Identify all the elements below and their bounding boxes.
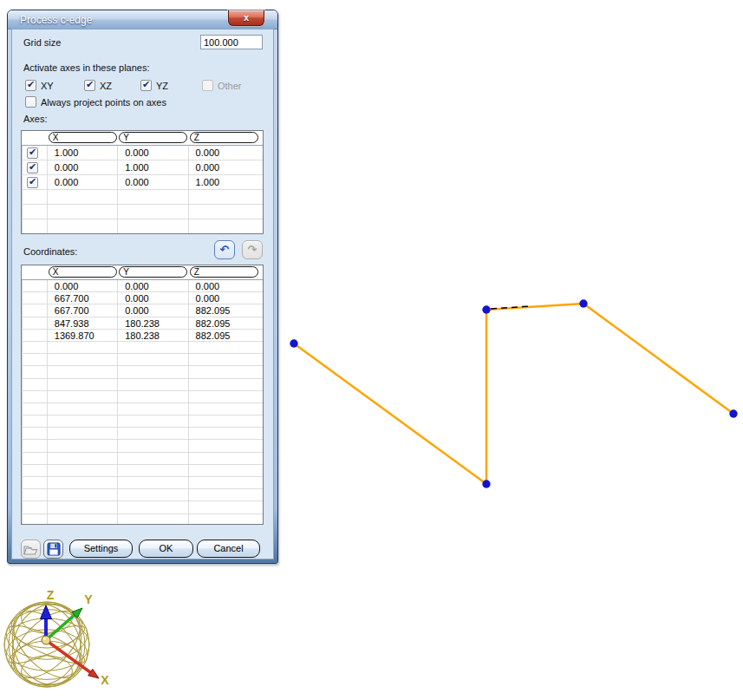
axes-table[interactable]: XYZ1.0000.0000.0000.0001.0000.0000.0000.… bbox=[21, 130, 264, 234]
table-row[interactable]: 0.0000.0001.000 bbox=[22, 175, 263, 190]
table-row[interactable]: 847.938180.238882.095 bbox=[22, 317, 263, 330]
table-cell[interactable]: 882.095 bbox=[189, 317, 263, 329]
table-cell[interactable]: 0.000 bbox=[48, 160, 118, 174]
table-cell bbox=[118, 354, 188, 365]
table-cell[interactable]: 847.938 bbox=[48, 317, 118, 329]
plane-checkbox-yz[interactable] bbox=[140, 80, 152, 91]
table-cell bbox=[48, 391, 118, 402]
table-cell[interactable]: 180.238 bbox=[118, 317, 188, 329]
column-header-z[interactable]: Z bbox=[189, 131, 263, 145]
table-header: XYZ bbox=[22, 131, 263, 146]
column-header-pill: Y bbox=[119, 266, 187, 278]
axis-row-checkbox[interactable] bbox=[27, 177, 38, 188]
table-cell[interactable]: 0.000 bbox=[118, 175, 188, 189]
origin-ball bbox=[42, 636, 50, 644]
column-header-z[interactable]: Z bbox=[189, 265, 263, 279]
empty-table-row bbox=[22, 428, 263, 440]
table-cell[interactable]: 0.000 bbox=[118, 292, 188, 304]
empty-table-row bbox=[22, 391, 263, 403]
table-row[interactable]: 0.0000.0000.000 bbox=[22, 280, 263, 292]
close-icon[interactable]: x bbox=[228, 10, 264, 26]
table-cell[interactable]: 0.000 bbox=[48, 280, 118, 291]
vertex-point[interactable] bbox=[290, 339, 297, 347]
table-cell[interactable]: 0.000 bbox=[189, 280, 263, 291]
undo-icon[interactable]: ↶ bbox=[214, 240, 235, 259]
table-cell[interactable]: 0.000 bbox=[189, 160, 263, 174]
ok-button[interactable]: OK bbox=[139, 540, 193, 558]
row-checkbox-cell bbox=[22, 219, 48, 233]
dialog-title: Process c-edge bbox=[20, 14, 92, 26]
table-cell[interactable]: 667.700 bbox=[48, 304, 118, 316]
table-cell[interactable]: 1.000 bbox=[48, 146, 118, 160]
table-cell[interactable]: 0.000 bbox=[118, 146, 188, 160]
table-cell bbox=[118, 501, 188, 513]
vertex-point[interactable] bbox=[482, 305, 490, 313]
table-cell[interactable]: 0.000 bbox=[118, 280, 188, 291]
column-header-pill: Z bbox=[190, 266, 258, 278]
empty-table-row bbox=[22, 489, 263, 501]
table-cell bbox=[118, 366, 188, 377]
cancel-button[interactable]: Cancel bbox=[197, 540, 260, 558]
table-cell bbox=[189, 379, 263, 390]
table-cell bbox=[48, 440, 118, 451]
edge-segment[interactable] bbox=[486, 304, 583, 310]
table-cell[interactable]: 1.000 bbox=[118, 160, 188, 174]
save-button[interactable] bbox=[43, 540, 63, 559]
column-header-x[interactable]: X bbox=[48, 265, 118, 279]
axis-row-checkbox[interactable] bbox=[27, 162, 38, 173]
table-cell bbox=[118, 403, 188, 415]
table-cell[interactable]: 0.000 bbox=[118, 304, 188, 316]
coordinates-table[interactable]: XYZ0.0000.0000.000667.7000.0000.000667.7… bbox=[21, 265, 264, 525]
table-cell[interactable]: 0.000 bbox=[189, 292, 263, 304]
column-header-y[interactable]: Y bbox=[118, 265, 188, 279]
table-cell[interactable]: 667.700 bbox=[48, 292, 118, 304]
table-cell[interactable]: 882.095 bbox=[189, 330, 263, 341]
axis-row-checkbox[interactable] bbox=[27, 147, 38, 159]
table-cell[interactable]: 1.000 bbox=[189, 175, 263, 189]
table-row[interactable]: 0.0001.0000.000 bbox=[22, 160, 263, 175]
row-checkbox-cell bbox=[22, 190, 48, 204]
row-checkbox-cell bbox=[22, 205, 48, 219]
empty-table-row bbox=[22, 190, 263, 205]
title-bar[interactable]: Process c-edge x bbox=[8, 10, 277, 29]
table-cell[interactable]: 0.000 bbox=[189, 146, 263, 160]
table-cell bbox=[118, 440, 188, 451]
edge-segment[interactable] bbox=[583, 304, 733, 414]
table-cell bbox=[189, 489, 263, 500]
row-checkbox-cell bbox=[22, 403, 48, 415]
table-cell bbox=[48, 379, 118, 390]
floppy-disk-icon bbox=[47, 542, 61, 556]
table-row[interactable]: 1.0000.0000.000 bbox=[22, 146, 263, 160]
table-row[interactable]: 1369.870180.238882.095 bbox=[22, 330, 263, 342]
table-row[interactable]: 667.7000.0000.000 bbox=[22, 292, 263, 304]
table-cell bbox=[48, 514, 118, 525]
row-checkbox-cell bbox=[22, 489, 48, 500]
table-cell bbox=[118, 205, 188, 219]
table-cell bbox=[118, 391, 188, 402]
table-cell bbox=[189, 415, 263, 427]
plane-checkbox-xy[interactable] bbox=[25, 80, 36, 91]
column-header-y[interactable]: Y bbox=[118, 131, 188, 145]
empty-table-row bbox=[22, 342, 263, 354]
vertex-point[interactable] bbox=[729, 409, 737, 417]
table-cell[interactable]: 0.000 bbox=[48, 175, 118, 189]
axes-label: Axes: bbox=[23, 114, 48, 124]
always-project-checkbox[interactable] bbox=[25, 96, 36, 108]
table-cell[interactable]: 1369.870 bbox=[48, 330, 118, 341]
table-header: XYZ bbox=[22, 265, 263, 280]
table-cell bbox=[48, 342, 118, 353]
grid-size-input[interactable] bbox=[200, 35, 263, 49]
settings-button[interactable]: Settings bbox=[69, 540, 133, 558]
plane-checkbox-xz[interactable] bbox=[84, 80, 95, 91]
row-checkbox-cell bbox=[22, 391, 48, 402]
vertex-point[interactable] bbox=[482, 480, 490, 487]
column-header-x[interactable]: X bbox=[48, 131, 118, 145]
vertex-point[interactable] bbox=[579, 299, 587, 307]
table-cell bbox=[189, 205, 263, 219]
table-cell[interactable]: 180.238 bbox=[118, 330, 188, 341]
table-cell bbox=[118, 415, 188, 427]
table-cell bbox=[48, 403, 118, 415]
table-row[interactable]: 667.7000.000882.095 bbox=[22, 304, 263, 317]
edge-segment[interactable] bbox=[294, 343, 486, 484]
table-cell[interactable]: 882.095 bbox=[189, 304, 263, 316]
